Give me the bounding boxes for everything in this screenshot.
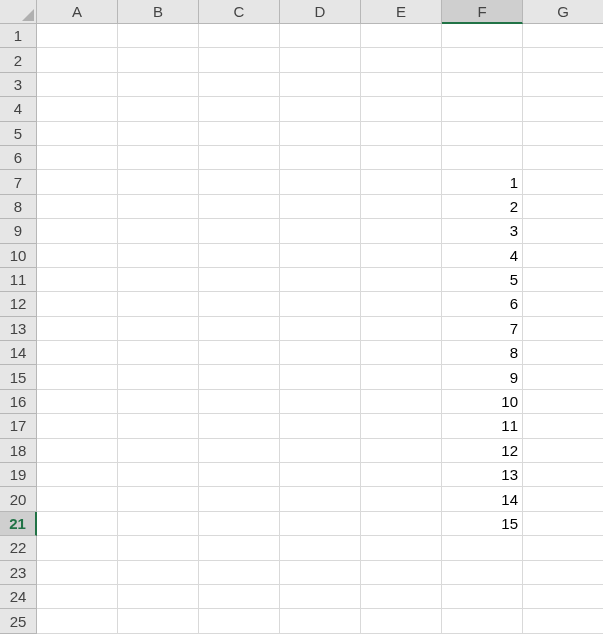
row-header-17[interactable]: 17: [0, 414, 37, 438]
cell-e6[interactable]: [361, 146, 442, 170]
cell-c20[interactable]: [199, 487, 280, 511]
row-header-18[interactable]: 18: [0, 439, 37, 463]
cell-a7[interactable]: [37, 170, 118, 194]
cell-a6[interactable]: [37, 146, 118, 170]
cell-f10[interactable]: 4: [442, 244, 523, 268]
cell-d23[interactable]: [280, 561, 361, 585]
cell-d25[interactable]: [280, 609, 361, 633]
cell-b22[interactable]: [118, 536, 199, 560]
cell-d16[interactable]: [280, 390, 361, 414]
cell-a10[interactable]: [37, 244, 118, 268]
cell-g16[interactable]: [523, 390, 603, 414]
cell-b3[interactable]: [118, 73, 199, 97]
select-all-corner[interactable]: [0, 0, 37, 24]
cell-a14[interactable]: [37, 341, 118, 365]
cell-a18[interactable]: [37, 439, 118, 463]
cell-f9[interactable]: 3: [442, 219, 523, 243]
cell-g21[interactable]: [523, 512, 603, 536]
cell-f5[interactable]: [442, 122, 523, 146]
cell-c2[interactable]: [199, 48, 280, 72]
cell-b9[interactable]: [118, 219, 199, 243]
cell-d11[interactable]: [280, 268, 361, 292]
row-header-11[interactable]: 11: [0, 268, 37, 292]
cell-d12[interactable]: [280, 292, 361, 316]
row-header-9[interactable]: 9: [0, 219, 37, 243]
cell-c11[interactable]: [199, 268, 280, 292]
cell-b10[interactable]: [118, 244, 199, 268]
cell-g22[interactable]: [523, 536, 603, 560]
cell-b17[interactable]: [118, 414, 199, 438]
cell-c12[interactable]: [199, 292, 280, 316]
row-header-15[interactable]: 15: [0, 365, 37, 389]
cell-g2[interactable]: [523, 48, 603, 72]
cell-d6[interactable]: [280, 146, 361, 170]
cell-a16[interactable]: [37, 390, 118, 414]
cell-b21[interactable]: [118, 512, 199, 536]
cell-b14[interactable]: [118, 341, 199, 365]
cell-a2[interactable]: [37, 48, 118, 72]
cell-c24[interactable]: [199, 585, 280, 609]
cell-g8[interactable]: [523, 195, 603, 219]
row-header-5[interactable]: 5: [0, 122, 37, 146]
cell-f12[interactable]: 6: [442, 292, 523, 316]
cell-c14[interactable]: [199, 341, 280, 365]
col-header-e[interactable]: E: [361, 0, 442, 24]
row-header-25[interactable]: 25: [0, 609, 37, 633]
cell-f3[interactable]: [442, 73, 523, 97]
row-header-6[interactable]: 6: [0, 146, 37, 170]
cell-g7[interactable]: [523, 170, 603, 194]
cell-f18[interactable]: 12: [442, 439, 523, 463]
cell-f4[interactable]: [442, 97, 523, 121]
cell-g15[interactable]: [523, 365, 603, 389]
cell-b24[interactable]: [118, 585, 199, 609]
cell-d2[interactable]: [280, 48, 361, 72]
cell-e8[interactable]: [361, 195, 442, 219]
row-header-4[interactable]: 4: [0, 97, 37, 121]
cell-c23[interactable]: [199, 561, 280, 585]
col-header-g[interactable]: G: [523, 0, 603, 24]
col-header-f[interactable]: F: [442, 0, 523, 24]
cell-e24[interactable]: [361, 585, 442, 609]
cell-b11[interactable]: [118, 268, 199, 292]
cell-e4[interactable]: [361, 97, 442, 121]
cell-c22[interactable]: [199, 536, 280, 560]
cell-c3[interactable]: [199, 73, 280, 97]
cell-b13[interactable]: [118, 317, 199, 341]
row-header-3[interactable]: 3: [0, 73, 37, 97]
cell-e3[interactable]: [361, 73, 442, 97]
cell-e14[interactable]: [361, 341, 442, 365]
cell-f25[interactable]: [442, 609, 523, 633]
cell-b16[interactable]: [118, 390, 199, 414]
cell-f21[interactable]: 15: [442, 512, 523, 536]
cell-d21[interactable]: [280, 512, 361, 536]
cell-d22[interactable]: [280, 536, 361, 560]
cell-f16[interactable]: 10: [442, 390, 523, 414]
cell-c9[interactable]: [199, 219, 280, 243]
cell-e9[interactable]: [361, 219, 442, 243]
cell-e18[interactable]: [361, 439, 442, 463]
cell-g6[interactable]: [523, 146, 603, 170]
row-header-20[interactable]: 20: [0, 487, 37, 511]
cell-c4[interactable]: [199, 97, 280, 121]
cell-g17[interactable]: [523, 414, 603, 438]
cell-c1[interactable]: [199, 24, 280, 48]
cell-a23[interactable]: [37, 561, 118, 585]
cell-c8[interactable]: [199, 195, 280, 219]
cell-d20[interactable]: [280, 487, 361, 511]
cell-a11[interactable]: [37, 268, 118, 292]
cell-e12[interactable]: [361, 292, 442, 316]
cell-f24[interactable]: [442, 585, 523, 609]
row-header-12[interactable]: 12: [0, 292, 37, 316]
cell-b19[interactable]: [118, 463, 199, 487]
cell-d15[interactable]: [280, 365, 361, 389]
cell-c7[interactable]: [199, 170, 280, 194]
cell-a1[interactable]: [37, 24, 118, 48]
cell-f14[interactable]: 8: [442, 341, 523, 365]
cell-f11[interactable]: 5: [442, 268, 523, 292]
cell-f20[interactable]: 14: [442, 487, 523, 511]
row-header-16[interactable]: 16: [0, 390, 37, 414]
cell-a4[interactable]: [37, 97, 118, 121]
cell-c17[interactable]: [199, 414, 280, 438]
row-header-19[interactable]: 19: [0, 463, 37, 487]
cell-g3[interactable]: [523, 73, 603, 97]
